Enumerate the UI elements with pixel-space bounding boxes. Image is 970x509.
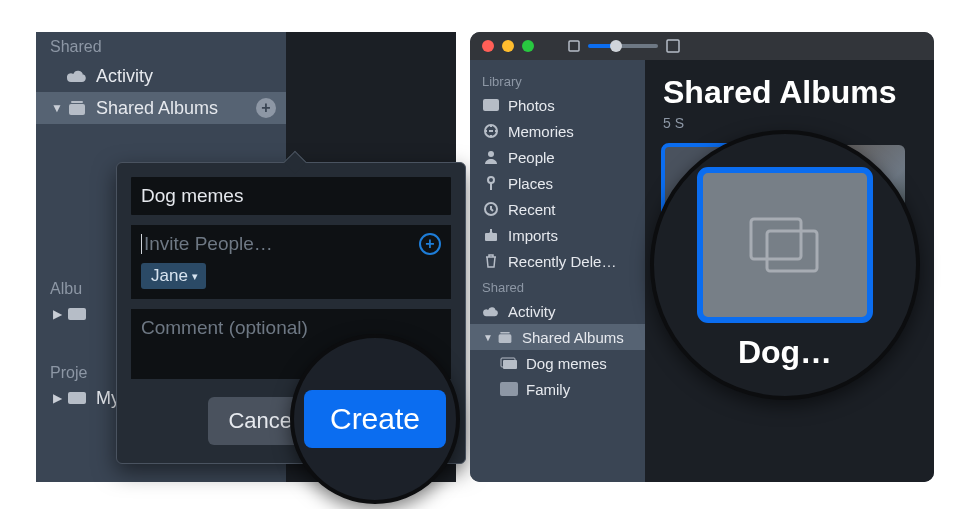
- album-icon: [66, 303, 88, 325]
- sidebar-item-label: Imports: [508, 227, 637, 244]
- people-icon: [482, 148, 500, 166]
- disclosure-triangle-icon[interactable]: ▼: [50, 101, 64, 115]
- sidebar-item-label: Shared Albums: [96, 98, 256, 119]
- cloud-icon: [482, 302, 500, 320]
- svg-rect-4: [569, 41, 579, 51]
- invitee-chip[interactable]: Jane ▾: [141, 263, 206, 289]
- magnifier-album: Dog…: [650, 130, 920, 400]
- thumbnail-large-icon[interactable]: [666, 39, 680, 53]
- memories-icon: [482, 122, 500, 140]
- projects-icon: [66, 387, 88, 409]
- disclosure-triangle-icon[interactable]: ▶: [50, 391, 64, 405]
- imports-icon: [482, 226, 500, 244]
- library-section-header: Library: [470, 68, 645, 92]
- sidebar-item-activity[interactable]: Activity: [470, 298, 645, 324]
- close-window-button[interactable]: [482, 40, 494, 52]
- sidebar-item-label: Memories: [508, 123, 637, 140]
- sidebar-item-label: Shared Albums: [522, 329, 637, 346]
- svg-point-9: [488, 177, 494, 183]
- thumbnail-small-icon[interactable]: [568, 40, 580, 52]
- cloud-icon: [66, 65, 88, 87]
- svg-rect-14: [500, 331, 510, 333]
- places-icon: [482, 174, 500, 192]
- sidebar-item-label: Recent: [508, 201, 637, 218]
- recent-icon: [482, 200, 500, 218]
- add-invitee-button[interactable]: +: [419, 233, 441, 255]
- album-thumbnail-magnified[interactable]: [700, 170, 870, 320]
- sidebar-item-photos[interactable]: Photos: [470, 92, 645, 118]
- album-thumbnail-icon: [500, 382, 518, 396]
- text-cursor: [141, 234, 142, 254]
- right-sidebar: Library Photos Memories People Places Re…: [470, 60, 645, 482]
- sidebar-item-shared-albums[interactable]: ▼ Shared Albums +: [36, 92, 286, 124]
- svg-rect-0: [69, 104, 85, 115]
- add-shared-album-button[interactable]: +: [256, 98, 276, 118]
- sidebar-item-label: Activity: [508, 303, 637, 320]
- page-subtitle: 5 S: [663, 115, 916, 131]
- zoom-window-button[interactable]: [522, 40, 534, 52]
- chevron-down-icon: ▾: [192, 270, 198, 283]
- sidebar-item-label: Photos: [508, 97, 637, 114]
- album-name-magnified: Dog…: [738, 334, 832, 371]
- svg-rect-5: [667, 40, 679, 52]
- svg-rect-3: [68, 392, 86, 404]
- minimize-window-button[interactable]: [502, 40, 514, 52]
- svg-rect-1: [71, 101, 83, 103]
- svg-rect-2: [68, 308, 86, 320]
- album-stack-icon: [66, 97, 88, 119]
- magnifier-create: Create: [290, 334, 460, 504]
- thumbnail-size-slider[interactable]: [588, 44, 658, 48]
- disclosure-triangle-icon[interactable]: ▶: [50, 307, 64, 321]
- page-title: Shared Albums: [663, 74, 916, 111]
- sidebar-item-recently-deleted[interactable]: Recently Dele…: [470, 248, 645, 274]
- sidebar-item-imports[interactable]: Imports: [470, 222, 645, 248]
- shared-section-header: Shared: [470, 274, 645, 298]
- svg-rect-13: [499, 334, 512, 343]
- shared-section-header: Shared: [36, 32, 286, 60]
- disclosure-triangle-icon[interactable]: ▼: [482, 332, 494, 343]
- window-titlebar: [470, 32, 934, 60]
- create-button-magnified[interactable]: Create: [304, 390, 446, 448]
- svg-rect-6: [483, 99, 499, 111]
- invite-people-field[interactable]: + Jane ▾: [131, 225, 451, 299]
- svg-rect-19: [751, 219, 801, 259]
- empty-album-icon: [745, 213, 825, 277]
- trash-icon: [482, 252, 500, 270]
- sidebar-item-family[interactable]: Family: [470, 376, 645, 402]
- sidebar-item-label: Places: [508, 175, 637, 192]
- photos-icon: [482, 96, 500, 114]
- sidebar-item-label: Activity: [96, 66, 276, 87]
- sidebar-item-activity[interactable]: Activity: [36, 60, 286, 92]
- sidebar-item-label: People: [508, 149, 637, 166]
- chip-label: Jane: [151, 266, 188, 286]
- sidebar-item-places[interactable]: Places: [470, 170, 645, 196]
- album-name-input[interactable]: [131, 177, 451, 215]
- invite-people-input[interactable]: [144, 233, 419, 255]
- album-stack-icon: [496, 328, 514, 346]
- sidebar-item-memories[interactable]: Memories: [470, 118, 645, 144]
- svg-rect-20: [767, 231, 817, 271]
- sidebar-item-dog-memes[interactable]: Dog memes: [470, 350, 645, 376]
- sidebar-item-shared-albums[interactable]: ▼ Shared Albums: [470, 324, 645, 350]
- album-icon: [500, 354, 518, 372]
- sidebar-item-label: Family: [526, 381, 637, 398]
- sidebar-item-people[interactable]: People: [470, 144, 645, 170]
- sidebar-item-recent[interactable]: Recent: [470, 196, 645, 222]
- sidebar-item-label: Dog memes: [526, 355, 637, 372]
- sidebar-item-label: Recently Dele…: [508, 253, 637, 270]
- svg-point-8: [488, 151, 494, 157]
